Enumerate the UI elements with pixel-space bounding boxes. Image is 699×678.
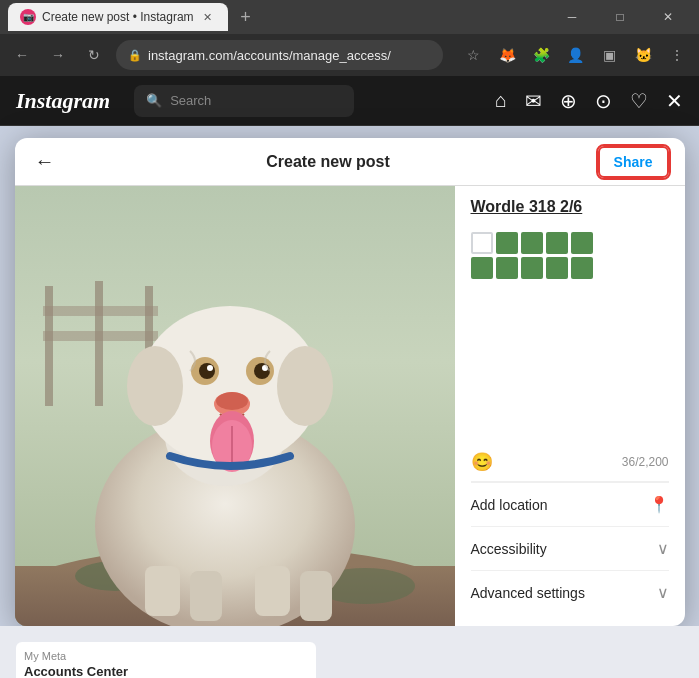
tab-close-button[interactable]: ✕ — [200, 9, 216, 25]
svg-rect-1 — [45, 286, 53, 406]
wordle-row-1 — [471, 232, 669, 254]
search-bar[interactable]: 🔍 Search — [134, 85, 354, 117]
advanced-chevron-icon: ∨ — [657, 583, 669, 602]
svg-point-21 — [199, 363, 215, 379]
add-location-row[interactable]: Add location 📍 — [471, 483, 669, 527]
address-input[interactable]: 🔒 instagram.com/accounts/manage_access/ — [116, 40, 443, 70]
cell-1-1 — [471, 232, 493, 254]
dog-photo — [15, 186, 455, 626]
svg-rect-14 — [300, 571, 332, 621]
location-icon: 📍 — [649, 495, 669, 514]
notifications-icon[interactable]: ♡ — [630, 89, 648, 113]
share-button[interactable]: Share — [598, 146, 669, 178]
svg-rect-11 — [145, 566, 180, 616]
svg-rect-2 — [95, 281, 103, 406]
svg-point-26 — [216, 392, 248, 410]
home-icon[interactable]: ⌂ — [495, 89, 507, 112]
active-tab[interactable]: 📷 Create new post • Instagram ✕ — [8, 3, 228, 31]
cat-icon[interactable]: 🐱 — [629, 41, 657, 69]
post-details-panel: Wordle 318 2/6 — [455, 186, 685, 626]
svg-rect-5 — [43, 331, 158, 341]
window-controls: ─ □ ✕ — [549, 0, 691, 34]
tab-bar: 📷 Create new post • Instagram ✕ + ─ □ ✕ — [0, 0, 699, 34]
accessibility-label: Accessibility — [471, 541, 547, 557]
cell-2-1 — [471, 257, 493, 279]
bookmark-icon[interactable]: ☆ — [459, 41, 487, 69]
add-location-label: Add location — [471, 497, 548, 513]
post-image-section — [15, 186, 455, 626]
accessibility-row[interactable]: Accessibility ∨ — [471, 527, 669, 571]
back-arrow-button[interactable]: ← — [31, 148, 59, 176]
cell-2-5 — [571, 257, 593, 279]
cell-1-2 — [496, 232, 518, 254]
address-icons: ☆ 🦊 🧩 👤 ▣ 🐱 ⋮ — [459, 41, 691, 69]
cell-2-3 — [521, 257, 543, 279]
forward-button[interactable]: → — [44, 41, 72, 69]
tab-title: Create new post • Instagram — [42, 10, 194, 24]
tab-favicon: 📷 — [20, 9, 36, 25]
emoji-row: 😊 36/2,200 — [471, 443, 669, 482]
svg-rect-12 — [190, 571, 222, 621]
instagram-logo: Instagram — [16, 88, 110, 114]
bottom-actions: Add location 📍 Accessibility ∨ Advanced … — [471, 482, 669, 614]
cell-1-3 — [521, 232, 543, 254]
modal-header: ← Create new post Share — [15, 138, 685, 186]
wordle-title[interactable]: Wordle 318 2/6 — [471, 198, 583, 216]
search-placeholder: Search — [170, 93, 211, 108]
svg-point-17 — [127, 346, 183, 426]
cell-1-4 — [546, 232, 568, 254]
sidebar-icon[interactable]: ▣ — [595, 41, 623, 69]
modal-body: Wordle 318 2/6 — [15, 186, 685, 626]
minimize-button[interactable]: ─ — [549, 0, 595, 34]
close-nav-icon[interactable]: ✕ — [666, 89, 683, 113]
cell-2-4 — [546, 257, 568, 279]
window-close-button[interactable]: ✕ — [645, 0, 691, 34]
puzzle-icon[interactable]: 🧩 — [527, 41, 555, 69]
accounts-center-label[interactable]: Accounts Center — [24, 664, 308, 678]
cell-2-2 — [496, 257, 518, 279]
profile-icon[interactable]: 👤 — [561, 41, 589, 69]
nav-icons: ⌂ ✉ ⊕ ⊙ ♡ ✕ — [495, 89, 683, 113]
svg-point-22 — [254, 363, 270, 379]
svg-rect-4 — [43, 306, 158, 316]
wordle-row-2 — [471, 257, 669, 279]
messenger-icon[interactable]: ✉ — [525, 89, 542, 113]
svg-rect-13 — [255, 566, 290, 616]
create-icon[interactable]: ⊕ — [560, 89, 577, 113]
url-text: instagram.com/accounts/manage_access/ — [148, 48, 391, 63]
address-bar: ← → ↻ 🔒 instagram.com/accounts/manage_ac… — [0, 34, 699, 76]
accessibility-chevron-icon: ∨ — [657, 539, 669, 558]
cell-1-5 — [571, 232, 593, 254]
back-button[interactable]: ← — [8, 41, 36, 69]
explore-icon[interactable]: ⊙ — [595, 89, 612, 113]
page-background: My Meta Accounts Center Control settings… — [0, 626, 699, 678]
extensions-icon[interactable]: 🦊 — [493, 41, 521, 69]
my-meta-label: My Meta — [24, 650, 308, 662]
advanced-settings-label: Advanced settings — [471, 585, 585, 601]
modal-title: Create new post — [59, 153, 598, 171]
svg-point-23 — [207, 365, 213, 371]
advanced-settings-row[interactable]: Advanced settings ∨ — [471, 571, 669, 614]
maximize-button[interactable]: □ — [597, 0, 643, 34]
wordle-grid — [471, 232, 669, 279]
menu-icon[interactable]: ⋮ — [663, 41, 691, 69]
emoji-button[interactable]: 😊 — [471, 451, 493, 473]
new-tab-button[interactable]: + — [232, 3, 260, 31]
create-post-modal: ← Create new post Share — [15, 138, 685, 626]
svg-point-18 — [277, 346, 333, 426]
refresh-button[interactable]: ↻ — [80, 41, 108, 69]
caption-area[interactable]: Wordle 318 2/6 — [471, 198, 669, 443]
char-count: 36/2,200 — [622, 455, 669, 469]
instagram-navbar: Instagram 🔍 Search ⌂ ✉ ⊕ ⊙ ♡ ✕ — [0, 76, 699, 126]
